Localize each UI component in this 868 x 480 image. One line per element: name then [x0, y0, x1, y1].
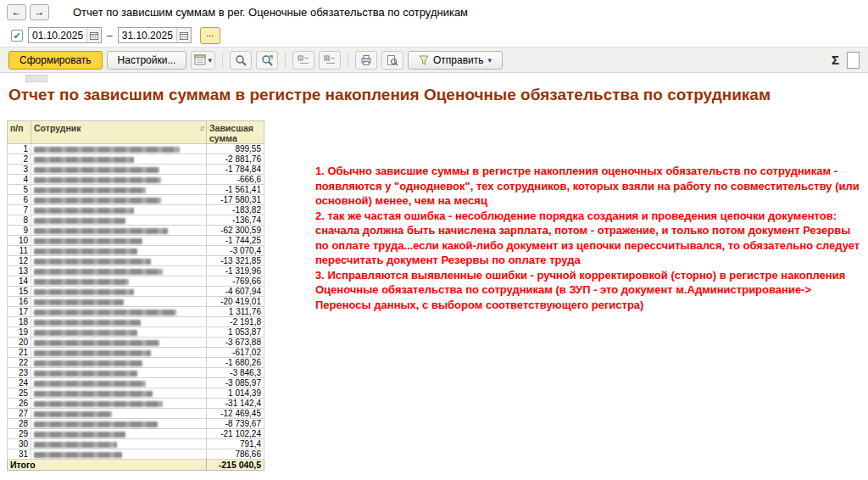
generate-button[interactable]: Сформировать: [8, 51, 103, 70]
notes-block: 1. Обычно зависшие суммы в регистре нако…: [315, 164, 865, 312]
table-row[interactable]: 18-2 191,8: [8, 317, 264, 327]
find-next-button[interactable]: [256, 51, 278, 70]
employee-name-redacted: [31, 388, 207, 399]
row-amount: 899,55: [207, 144, 264, 154]
row-number: 11: [8, 246, 31, 256]
row-amount: -769,66: [207, 276, 264, 287]
back-button[interactable]: ←: [7, 4, 26, 20]
table-row[interactable]: 29-21 102,24: [8, 429, 264, 439]
row-amount: 786,66: [207, 449, 264, 460]
table-row[interactable]: 20-3 673,88: [8, 338, 264, 348]
row-number: 8: [8, 215, 31, 226]
table-row[interactable]: 24-3 085,97: [8, 378, 264, 388]
table-row[interactable]: 3-1 784,84: [8, 165, 264, 175]
table-row[interactable]: 251 014,39: [8, 388, 264, 399]
table-row[interactable]: 9-62 300,59: [8, 226, 264, 236]
toolbar-separator: [285, 53, 286, 68]
expand-groups-button[interactable]: [319, 51, 341, 70]
report-area: Отчет по зависшим суммам в регистре нако…: [0, 73, 868, 480]
report-toolbar: Сформировать Настройки... ▾: [0, 47, 868, 73]
date-to-calendar-button[interactable]: [176, 28, 191, 42]
send-button[interactable]: Отправить ▾: [408, 51, 503, 70]
autosum-button[interactable]: Σ: [828, 53, 843, 67]
calendar-icon: [180, 31, 188, 40]
row-amount: -1 784,84: [207, 165, 264, 175]
table-row[interactable]: 26-31 142,4: [8, 399, 264, 409]
table-row[interactable]: 12-13 321,85: [8, 256, 264, 266]
row-number: 6: [8, 195, 31, 205]
date-from-calendar-button[interactable]: [86, 28, 101, 42]
row-number: 29: [8, 429, 31, 439]
print-preview-button[interactable]: [381, 51, 403, 70]
row-number: 26: [8, 399, 31, 409]
period-dash: –: [107, 30, 113, 42]
row-number: 23: [8, 368, 31, 378]
table-row[interactable]: 2-2 881,76: [8, 154, 264, 165]
employee-name-redacted: [31, 195, 207, 205]
row-amount: -31 142,4: [207, 399, 264, 409]
date-from-field[interactable]: 01.10.2025: [28, 27, 102, 43]
print-button[interactable]: [355, 51, 377, 70]
app-window: ← → Отчет по зависшим суммам в рег. Оцен…: [0, 0, 868, 480]
table-row[interactable]: 1899,55: [8, 144, 264, 154]
row-amount: -17 580,31: [207, 195, 264, 205]
period-checkbox[interactable]: ✔: [11, 30, 23, 42]
table-row[interactable]: 6-17 580,31: [8, 195, 264, 205]
settings-button[interactable]: Настройки...: [107, 51, 187, 70]
table-row[interactable]: 22-1 680,26: [8, 358, 264, 368]
col-header-amount[interactable]: Зависшая сумма: [207, 121, 264, 144]
date-from-value[interactable]: 01.10.2025: [29, 28, 86, 42]
row-number: 22: [8, 358, 31, 368]
report-main-title: Отчет по зависшим суммам в регистре нако…: [8, 86, 771, 104]
table-row[interactable]: 7-183,82: [8, 205, 264, 215]
period-more-button[interactable]: ...: [200, 27, 220, 44]
table-row[interactable]: 21-617,02: [8, 348, 264, 358]
row-number: 28: [8, 419, 31, 429]
forward-icon: →: [35, 6, 45, 18]
row-number: 12: [8, 256, 31, 266]
note-item: 2. так же частая ошибка - несоблюдение п…: [315, 209, 865, 268]
date-to-value[interactable]: 31.10.2025: [119, 28, 176, 42]
table-row[interactable]: 191 053,87: [8, 327, 264, 338]
collapse-groups-button[interactable]: [292, 51, 314, 70]
total-row: Итого -215 040,5: [8, 460, 264, 471]
table-row[interactable]: 5-1 561,41: [8, 185, 264, 195]
sort-icon[interactable]: ↓↑: [199, 124, 203, 132]
table-row[interactable]: 15-4 607,94: [8, 287, 264, 297]
table-row[interactable]: 14-769,66: [8, 276, 264, 287]
col-header-num[interactable]: п/п: [8, 121, 31, 144]
row-amount: 791,4: [207, 439, 264, 449]
row-number: 20: [8, 338, 31, 348]
table-row[interactable]: 11-3 070,4: [8, 246, 264, 256]
table-row[interactable]: 171 311,76: [8, 307, 264, 317]
table-row[interactable]: 31786,66: [8, 449, 264, 460]
employee-name-redacted: [31, 378, 207, 388]
row-number: 21: [8, 348, 31, 358]
date-to-field[interactable]: 31.10.2025: [118, 27, 192, 43]
row-amount: -20 419,01: [207, 297, 264, 307]
find-button[interactable]: [230, 51, 252, 70]
table-row[interactable]: 13-1 319,96: [8, 266, 264, 276]
table-row[interactable]: 16-20 419,01: [8, 297, 264, 307]
table-row[interactable]: 8-136,74: [8, 215, 264, 226]
table-row[interactable]: 27-12 469,45: [8, 409, 264, 419]
edge-input-clipped[interactable]: [847, 52, 860, 69]
table-row[interactable]: 23-3 846,3: [8, 368, 264, 378]
employee-name-redacted: [31, 409, 207, 419]
row-amount: -62 300,59: [207, 226, 264, 236]
row-number: 13: [8, 266, 31, 276]
employee-name-redacted: [31, 215, 207, 226]
table-row[interactable]: 28-8 739,67: [8, 419, 264, 429]
period-filter-bar: ✔ 01.10.2025 – 31.10.2025: [0, 24, 868, 47]
toolbar-separator: [348, 53, 348, 68]
table-row[interactable]: 30791,4: [8, 439, 264, 449]
col-header-employee[interactable]: ↓↑ Сотрудник: [31, 121, 207, 144]
row-amount: -1 680,26: [207, 358, 264, 368]
forward-button[interactable]: →: [30, 4, 49, 20]
row-number: 3: [8, 165, 31, 175]
table-row[interactable]: 10-1 744,25: [8, 236, 264, 246]
employee-name-redacted: [31, 327, 207, 338]
report-variants-button[interactable]: ▾: [191, 51, 215, 70]
header-grip[interactable]: [25, 75, 47, 82]
table-row[interactable]: 4-666,6: [8, 175, 264, 185]
